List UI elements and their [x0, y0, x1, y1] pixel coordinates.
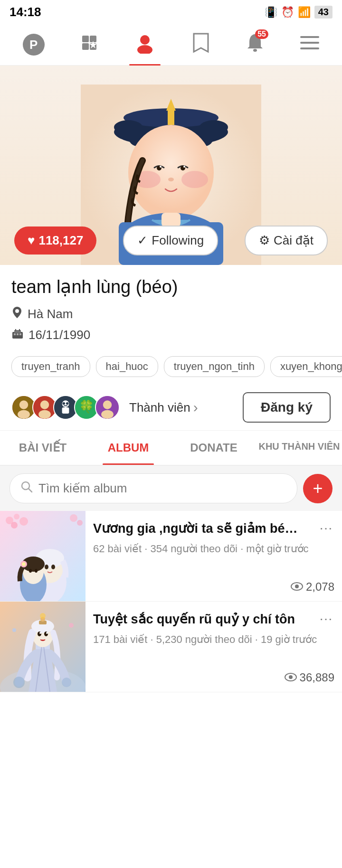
nav-bar: P	[0, 24, 342, 66]
svg-point-7	[253, 49, 257, 52]
thanh-vien-label[interactable]: Thành viên ›	[129, 399, 198, 415]
status-icons: 📳 ⏰ 📶 43	[265, 6, 332, 19]
svg-rect-0	[82, 36, 89, 42]
profile-name: team lạnh lùng (béo)	[11, 276, 331, 297]
tab-khu-thanh-vien[interactable]: KHU THÀNH VIÊN	[256, 431, 342, 465]
birthday-icon	[11, 327, 24, 343]
nav-item-menu[interactable]	[295, 32, 324, 57]
location-text: Hà Nam	[28, 307, 73, 321]
subscribe-button[interactable]: Đăng ký	[243, 392, 331, 423]
settings-icon: ⚙	[259, 233, 270, 248]
album-posts-1: 171 bài viết	[93, 633, 147, 645]
svg-point-91	[62, 678, 71, 687]
svg-point-60	[14, 514, 19, 519]
settings-button[interactable]: ⚙ Cài đặt	[245, 226, 328, 255]
settings-label: Cài đặt	[274, 233, 314, 248]
album-content-1: Tuyệt sắc quyến rũ quỷ y chí tôn ⋯ 171 b…	[86, 602, 342, 692]
tag-3[interactable]: xuyen_khong	[270, 356, 342, 377]
svg-point-96	[289, 675, 293, 679]
profile-meta: Hà Nam 16/11/1990	[11, 306, 331, 343]
album-meta-1: 171 bài viết · 5,230 người theo dõi · 19…	[93, 632, 334, 647]
following-button[interactable]: ✓ Following	[123, 226, 218, 255]
album-posts-0: 62 bài viết	[93, 543, 142, 555]
svg-rect-48	[62, 407, 69, 414]
album-header-0: Vương gia ,người ta sẽ giảm bé… ⋯	[93, 520, 334, 537]
tab-album[interactable]: ALBUM	[86, 431, 171, 465]
album-thumb-0	[0, 511, 86, 601]
time: 14:18	[10, 5, 41, 19]
svg-point-93	[12, 628, 16, 632]
avatar-section: ♥ 118,127 ✓ Following ⚙ Cài đặt	[0, 66, 342, 265]
like-button[interactable]: ♥ 118,127	[14, 226, 96, 255]
svg-point-73	[29, 569, 32, 573]
nav-item-star[interactable]	[76, 32, 103, 57]
following-label: Following	[152, 233, 204, 248]
heart-icon: ♥	[28, 233, 35, 248]
view-number-0: 2,078	[306, 580, 334, 594]
svg-rect-10	[300, 47, 319, 49]
svg-point-41	[19, 400, 28, 409]
svg-point-18	[200, 120, 228, 134]
birthday-item: 16/11/1990	[11, 327, 331, 343]
tabs-section: BÀI VIẾT ALBUM DONATE KHU THÀNH VIÊN	[0, 431, 342, 466]
view-count-0: 2,078	[291, 580, 334, 594]
birthday-text: 16/11/1990	[28, 328, 90, 342]
tag-1[interactable]: hai_huoc	[96, 356, 158, 377]
album-list: Vương gia ,người ta sẽ giảm bé… ⋯ 62 bài…	[0, 511, 342, 692]
svg-point-62	[11, 522, 18, 528]
svg-point-89	[46, 632, 48, 634]
svg-rect-38	[17, 333, 19, 335]
svg-point-63	[70, 514, 77, 522]
add-album-button[interactable]: +	[303, 474, 332, 503]
status-bar: 14:18 📳 ⏰ 📶 43	[0, 0, 342, 24]
nav-item-bookmark[interactable]	[187, 30, 215, 59]
svg-point-64	[77, 520, 83, 526]
svg-point-78	[295, 585, 299, 588]
album-title-0: Vương gia ,người ta sẽ giảm bé…	[93, 520, 317, 537]
like-count: 118,127	[38, 233, 83, 248]
profile-icon	[134, 32, 156, 57]
search-input[interactable]	[38, 481, 286, 496]
svg-point-17	[114, 120, 142, 134]
svg-point-25	[183, 166, 185, 168]
album-header-1: Tuyệt sắc quyến rũ quỷ y chí tôn ⋯	[93, 611, 334, 628]
nav-item-profile[interactable]	[129, 30, 161, 59]
view-number-1: 36,889	[300, 671, 334, 684]
nav-item-bell[interactable]: 55	[241, 30, 269, 59]
check-icon: ✓	[137, 233, 148, 248]
star-icon	[80, 34, 98, 56]
album-footer-1: 36,889	[93, 671, 334, 684]
album-followers-0: 354 người theo dõi	[150, 543, 238, 555]
svg-line-57	[28, 489, 32, 492]
svg-point-44	[40, 400, 49, 409]
nav-item-p[interactable]: P	[18, 32, 49, 57]
svg-point-74	[35, 569, 38, 573]
svg-rect-9	[300, 42, 319, 44]
svg-point-42	[18, 410, 30, 419]
album-followers-1: 5,230 người theo dõi	[156, 633, 252, 645]
name-suffix: (béo)	[136, 277, 178, 297]
tab-bai-viet[interactable]: BÀI VIẾT	[0, 431, 86, 465]
search-input-wrapper[interactable]	[10, 473, 297, 503]
svg-point-26	[168, 178, 174, 181]
svg-point-69	[51, 565, 55, 569]
name-main: team lạnh lùng	[11, 277, 131, 297]
tag-2[interactable]: truyen_ngon_tinh	[164, 356, 265, 377]
svg-point-88	[39, 632, 41, 634]
album-time-0: một giờ trước	[246, 543, 308, 555]
svg-text:🍀: 🍀	[79, 399, 95, 414]
location-item: Hà Nam	[11, 306, 331, 322]
tab-donate[interactable]: DONATE	[171, 431, 256, 465]
vibrate-icon: 📳	[265, 6, 277, 19]
members-label-text: Thành viên	[129, 400, 190, 415]
eye-icon-1	[285, 671, 297, 684]
album-more-1[interactable]: ⋯	[317, 611, 334, 627]
album-meta-0: 62 bài viết · 354 người theo dõi · một g…	[93, 541, 334, 557]
tag-0[interactable]: truyen_tranh	[11, 356, 90, 377]
members-chevron: ›	[193, 399, 198, 415]
bookmark-icon	[192, 32, 210, 57]
search-icon	[20, 481, 33, 496]
svg-rect-37	[14, 333, 16, 335]
alarm-icon: ⏰	[281, 6, 294, 19]
album-more-0[interactable]: ⋯	[317, 520, 334, 536]
